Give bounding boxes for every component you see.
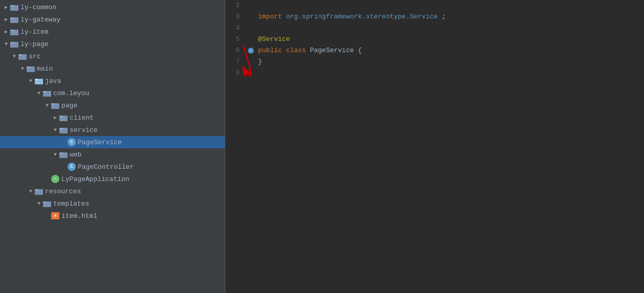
arrow-icon xyxy=(2,41,10,47)
tree-item-label: LyPageApplication xyxy=(61,175,130,183)
line-number: 6 xyxy=(225,45,246,56)
code-line: 5 @Service xyxy=(225,34,644,45)
svg-rect-19 xyxy=(59,116,63,117)
code-line: 2 xyxy=(225,0,644,11)
arrow-icon xyxy=(27,78,35,84)
tree-item-label: ly-gateway xyxy=(20,16,60,24)
folder-icon xyxy=(27,65,35,72)
line-number: 5 xyxy=(225,34,246,45)
arrow-icon xyxy=(35,201,43,207)
tree-item-ly-common[interactable]: ly-common xyxy=(0,1,225,13)
arrow-icon xyxy=(51,127,59,133)
svg-rect-7 xyxy=(10,42,14,43)
tree-item-label: PageService xyxy=(78,139,122,146)
tree-item-java[interactable]: java xyxy=(0,75,225,87)
folder-icon xyxy=(10,16,18,23)
app-icon xyxy=(51,175,59,183)
line-number: 3 xyxy=(225,11,246,22)
tree-item-resources[interactable]: resources xyxy=(0,185,225,197)
tree-item-src[interactable]: src xyxy=(0,50,225,62)
keyword-import: import xyxy=(258,13,282,20)
tree-item-ly-gateway[interactable]: ly-gateway xyxy=(0,13,225,26)
arrow-icon xyxy=(27,189,35,194)
tree-item-com-leyou[interactable]: com.leyou xyxy=(0,87,225,99)
folder-icon xyxy=(35,77,43,84)
svg-rect-1 xyxy=(10,5,14,7)
arrow-icon xyxy=(10,54,18,59)
tree-item-service[interactable]: service xyxy=(0,124,225,136)
code-text: ; xyxy=(442,13,446,20)
folder-icon xyxy=(59,126,68,133)
keyword-public: public xyxy=(258,47,282,54)
svg-rect-5 xyxy=(10,30,14,31)
keyword-class: class xyxy=(286,47,306,54)
folder-icon xyxy=(51,102,59,109)
line-code: import org.springframework.stereotype.Se… xyxy=(256,11,446,22)
line-code: @Service xyxy=(256,34,290,45)
svg-rect-15 xyxy=(43,91,47,93)
svg-rect-28 xyxy=(43,201,47,203)
code-line: 8 xyxy=(225,67,644,79)
arrow-icon xyxy=(2,16,10,22)
tree-item-page[interactable]: page xyxy=(0,99,225,111)
tree-item-label: ly-common xyxy=(20,4,56,11)
code-content: 2 3 import org.springframework.stereotyp… xyxy=(225,0,644,79)
code-editor: 2 3 import org.springframework.stereotyp… xyxy=(225,0,644,293)
tree-item-client[interactable]: client xyxy=(0,111,225,124)
brace-open: { xyxy=(358,47,362,54)
folder-icon xyxy=(59,151,68,158)
svg-rect-3 xyxy=(10,17,14,19)
folder-icon xyxy=(35,188,43,195)
line-number: 8 xyxy=(225,67,246,79)
line-number: 4 xyxy=(225,22,246,34)
file-tree[interactable]: ly-common ly-gateway ly-item ly-page xyxy=(0,0,225,293)
svg-rect-26 xyxy=(35,189,38,191)
tree-item-label: com.leyou xyxy=(53,89,89,97)
tree-item-PageService[interactable]: C PageService xyxy=(0,136,225,148)
class-icon: C xyxy=(68,138,76,146)
arrow-icon xyxy=(35,91,43,96)
tree-item-ly-item[interactable]: ly-item xyxy=(0,26,225,38)
svg-rect-13 xyxy=(35,79,38,80)
tree-item-label: item.html xyxy=(61,212,97,220)
arrow-icon xyxy=(51,115,59,121)
breakpoint-indicator xyxy=(248,48,254,54)
svg-rect-11 xyxy=(27,66,30,68)
folder-icon xyxy=(43,200,51,207)
svg-point-24 xyxy=(53,177,57,181)
tree-item-label: java xyxy=(45,77,61,85)
tree-item-main[interactable]: main xyxy=(0,62,225,75)
tree-item-templates[interactable]: templates xyxy=(0,197,225,210)
tree-item-item-html[interactable]: H item.html xyxy=(0,210,225,222)
line-gutter xyxy=(246,48,256,54)
folder-icon xyxy=(18,53,27,60)
tree-item-label: templates xyxy=(53,200,89,208)
tree-item-web[interactable]: web xyxy=(0,148,225,161)
folder-icon xyxy=(10,28,18,35)
svg-rect-9 xyxy=(18,54,22,56)
svg-rect-21 xyxy=(59,128,63,129)
tree-item-LyPageApplication[interactable]: LyPageApplication xyxy=(0,173,225,185)
line-number: 2 xyxy=(225,0,246,11)
tree-item-label: ly-page xyxy=(20,40,49,48)
tree-item-ly-page[interactable]: ly-page xyxy=(0,38,225,50)
annotation: @Service xyxy=(258,35,290,43)
code-line: 4 xyxy=(225,22,644,34)
svg-rect-23 xyxy=(59,152,63,154)
tree-item-label: service xyxy=(70,126,98,134)
tree-item-label: src xyxy=(29,53,40,60)
arrow-icon xyxy=(2,29,10,35)
line-code: } xyxy=(256,56,262,67)
html-icon: H xyxy=(51,212,59,219)
tree-item-PageController[interactable]: C PageController xyxy=(0,161,225,173)
folder-icon xyxy=(10,4,18,11)
package-name: org.springframework.stereotype.Service xyxy=(286,13,438,20)
tree-item-label: PageController xyxy=(78,163,134,171)
tree-item-label: resources xyxy=(45,188,81,195)
tree-item-label: page xyxy=(61,102,77,109)
tree-item-label: main xyxy=(37,65,53,73)
tree-item-label: web xyxy=(70,151,81,159)
code-line: 6 public class PageService { xyxy=(225,45,644,56)
tree-item-label: ly-item xyxy=(20,28,49,36)
folder-icon xyxy=(43,89,51,97)
